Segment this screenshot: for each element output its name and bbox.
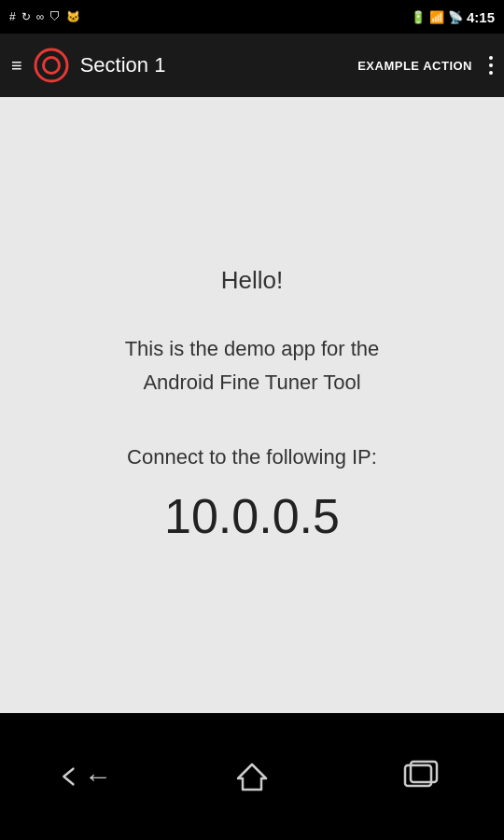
home-button[interactable] xyxy=(224,749,280,805)
shield-icon: ⛉ xyxy=(49,10,61,23)
app-bar: ≡ Section 1 EXAMPLE ACTION xyxy=(0,34,504,97)
description-line1: This is the demo app for the xyxy=(125,337,380,360)
recents-icon xyxy=(401,760,439,793)
app-bar-title: Section 1 xyxy=(80,53,358,77)
infinity-icon: ∞ xyxy=(36,10,45,23)
overflow-dot-1 xyxy=(489,56,493,60)
hash-icon: # xyxy=(9,10,16,23)
back-icon xyxy=(56,760,84,793)
status-bar: # ↻ ∞ ⛉ 🐱 🔋 📶 📡 4:15 xyxy=(0,0,504,34)
status-right-icons: 🔋 📶 📡 4:15 xyxy=(411,9,495,25)
recents-button[interactable] xyxy=(392,749,448,805)
hamburger-menu-icon[interactable]: ≡ xyxy=(11,55,22,77)
bottom-navigation: ← xyxy=(0,713,504,840)
overflow-menu-button[interactable] xyxy=(489,56,493,75)
example-action-button[interactable]: EXAMPLE ACTION xyxy=(357,59,472,73)
refresh-icon: ↻ xyxy=(21,10,31,23)
greeting-text: Hello! xyxy=(221,266,283,295)
signal-icon: 📡 xyxy=(448,10,463,24)
svg-marker-4 xyxy=(238,764,266,790)
connect-label: Connect to the following IP: xyxy=(127,445,377,469)
ip-address: 10.0.0.5 xyxy=(164,488,340,544)
status-time: 4:15 xyxy=(467,9,495,25)
description-line2: Android Fine Tuner Tool xyxy=(143,371,360,394)
back-arrow-icon: ← xyxy=(84,761,112,792)
overflow-dot-3 xyxy=(489,71,493,75)
status-left-icons: # ↻ ∞ ⛉ 🐱 xyxy=(9,10,80,23)
back-button[interactable]: ← xyxy=(56,749,112,805)
description-text: This is the demo app for the Android Fin… xyxy=(125,332,380,398)
svg-point-2 xyxy=(45,59,58,72)
overflow-dot-2 xyxy=(489,63,493,67)
cat-icon: 🐱 xyxy=(66,10,80,23)
battery-icon: 🔋 xyxy=(411,10,426,24)
app-logo xyxy=(34,48,69,83)
home-icon xyxy=(235,760,269,793)
main-content: Hello! This is the demo app for the Andr… xyxy=(0,97,504,713)
wifi-icon: 📶 xyxy=(429,10,444,24)
